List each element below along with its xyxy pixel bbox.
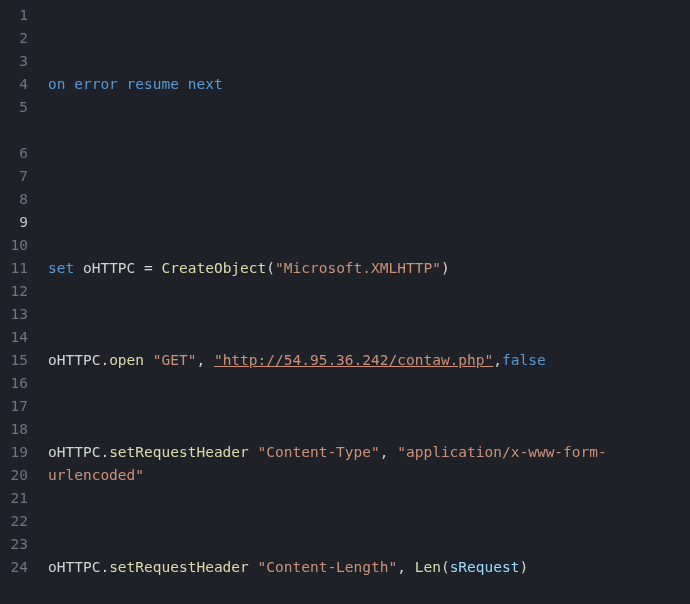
code-line[interactable]: oHTTPC.setRequestHeader "Content-Length"… — [48, 556, 690, 579]
line-number: 16 — [0, 372, 28, 395]
line-number: 2 — [0, 27, 28, 50]
code-area[interactable]: on error resume next set oHTTPC = Create… — [40, 0, 690, 604]
line-number: 1 — [0, 4, 28, 27]
line-number: 14 — [0, 326, 28, 349]
line-number: 12 — [0, 280, 28, 303]
line-number: 17 — [0, 395, 28, 418]
line-number: 8 — [0, 188, 28, 211]
line-number: 22 — [0, 510, 28, 533]
line-number: 15 — [0, 349, 28, 372]
line-number: 20 — [0, 464, 28, 487]
line-number: 7 — [0, 165, 28, 188]
line-number: 4 — [0, 73, 28, 96]
code-editor[interactable]: 1 2 3 4 5 6 7 8 9 10 11 12 13 14 15 16 1… — [0, 0, 690, 604]
code-line[interactable]: oHTTPC.open "GET", "http://54.95.36.242/… — [48, 349, 690, 372]
line-number: 5 — [0, 96, 28, 142]
line-number: 9 — [0, 211, 28, 234]
line-number: 11 — [0, 257, 28, 280]
code-line[interactable]: oHTTPC.setRequestHeader "Content-Type", … — [48, 441, 608, 487]
code-line[interactable]: on error resume next — [48, 73, 690, 96]
line-number: 6 — [0, 142, 28, 165]
line-number: 23 — [0, 533, 28, 556]
line-number: 18 — [0, 418, 28, 441]
code-line[interactable]: set oHTTPC = CreateObject("Microsoft.XML… — [48, 257, 690, 280]
line-number-gutter: 1 2 3 4 5 6 7 8 9 10 11 12 13 14 15 16 1… — [0, 0, 40, 604]
line-number: 19 — [0, 441, 28, 464]
line-number: 24 — [0, 556, 28, 579]
code-line[interactable] — [48, 165, 690, 188]
line-number: 21 — [0, 487, 28, 510]
line-number: 13 — [0, 303, 28, 326]
line-number: 3 — [0, 50, 28, 73]
line-number: 10 — [0, 234, 28, 257]
